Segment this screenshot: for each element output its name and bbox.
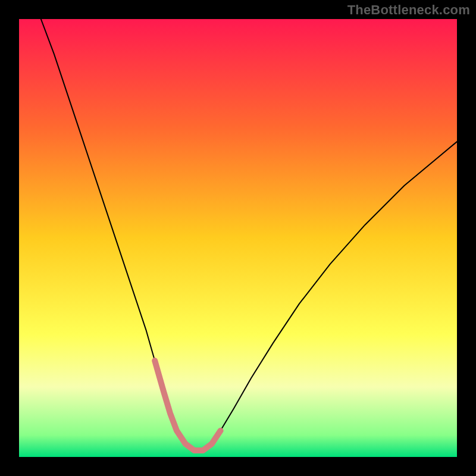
watermark-text: TheBottleneck.com: [347, 2, 470, 18]
plot-background: [19, 19, 457, 457]
bottleneck-plot: [19, 19, 457, 457]
chart-frame: TheBottleneck.com: [0, 0, 476, 476]
